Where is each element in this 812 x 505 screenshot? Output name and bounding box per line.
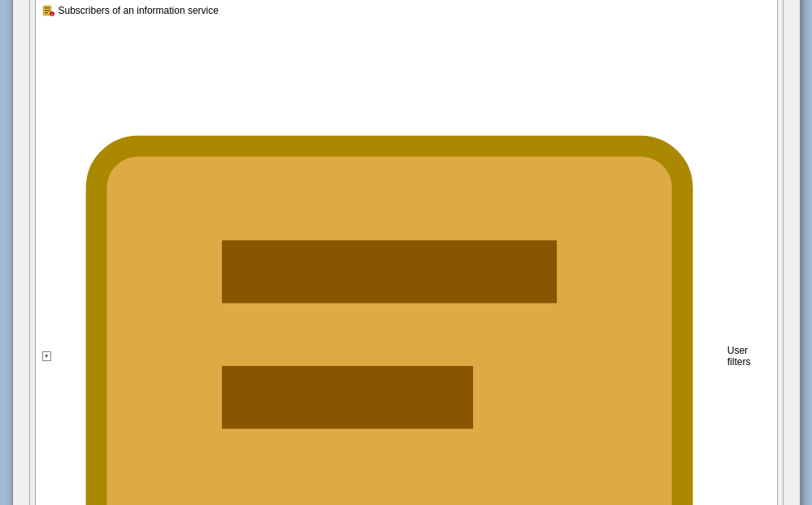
- subscribers-label: Subscribers of an information service: [59, 5, 219, 16]
- main-content: Targeting and filtering dimension Select…: [13, 0, 800, 505]
- user-filters-row[interactable]: + User filters: [39, 19, 774, 505]
- svg-rect-27: [96, 146, 682, 505]
- deliveries-folder-icon: [42, 0, 55, 1]
- user-filters-icon: [54, 20, 724, 505]
- main-window: Q Query * — ❐ ✕ Targeting and filtering …: [12, 0, 801, 505]
- svg-rect-23: [45, 10, 50, 11]
- svg-rect-22: [45, 7, 50, 9]
- svg-text:i: i: [51, 12, 52, 17]
- list-item[interactable]: i Subscribers of an information service: [39, 2, 774, 19]
- svg-rect-24: [45, 12, 48, 14]
- expand-user-filters-button[interactable]: +: [42, 351, 51, 361]
- restriction-filters-section: List of restriction filters Filtering co…: [29, 0, 784, 505]
- filter-list: Filtering conditions A list of recipient…: [35, 0, 778, 505]
- user-filters-label: User filters: [727, 345, 771, 368]
- subscribers-icon: i: [42, 4, 55, 17]
